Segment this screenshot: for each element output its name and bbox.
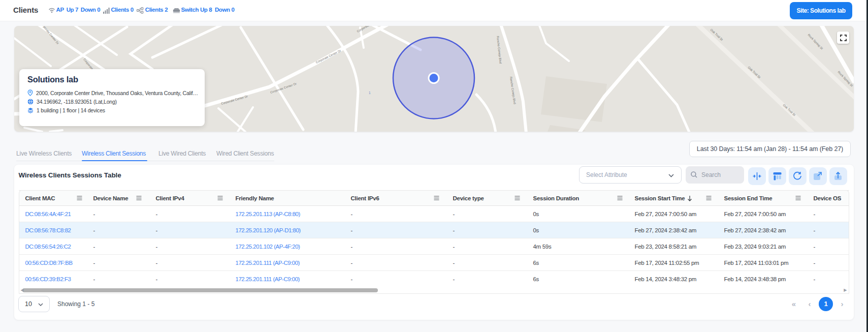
svg-text:Rancho Conejo Blvd: Rancho Conejo Blvd xyxy=(509,76,517,104)
svg-text:Rock Spring St: Rock Spring St xyxy=(807,34,823,50)
svg-text:porate Center Dr: porate Center Dr xyxy=(43,26,59,45)
svg-text:Corporate Center Dr: Corporate Center Dr xyxy=(315,49,341,64)
svg-text:1: 1 xyxy=(369,91,371,95)
svg-text:Oak Trail St: Oak Trail St xyxy=(782,103,796,116)
svg-text:Rancho Conejo Blvd: Rancho Conejo Blvd xyxy=(496,36,502,64)
